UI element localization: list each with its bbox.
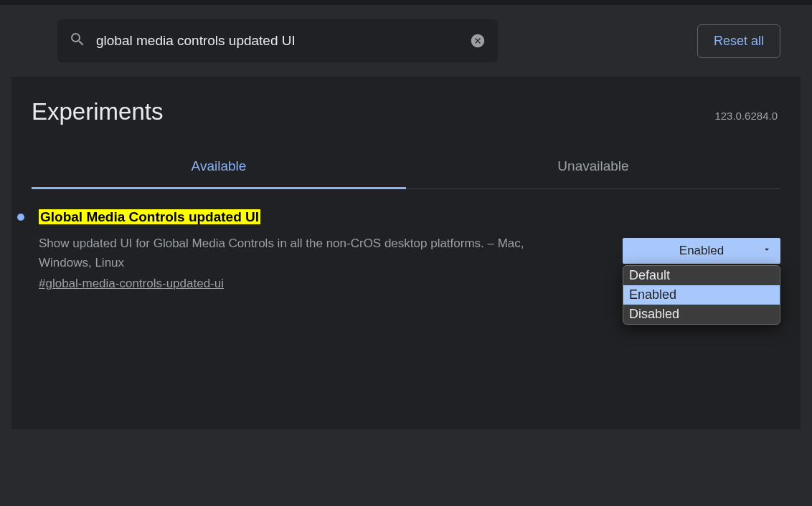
option-disabled[interactable]: Disabled [623, 305, 780, 324]
page-title: Experiments [32, 98, 163, 125]
tab-available[interactable]: Available [32, 158, 406, 188]
search-icon [69, 31, 86, 51]
flag-select-value: Enabled [679, 244, 724, 258]
tab-unavailable[interactable]: Unavailable [406, 158, 780, 188]
window-top-border [0, 0, 812, 5]
option-enabled[interactable]: Enabled [623, 285, 780, 305]
flag-select[interactable]: Enabled [623, 238, 780, 264]
flag-title: Global Media Controls updated UI [39, 209, 260, 224]
option-default[interactable]: Default [623, 266, 780, 285]
search-box[interactable] [57, 19, 498, 62]
chevron-down-icon [762, 244, 772, 258]
tabs: Available Unavailable [32, 158, 780, 189]
flag-hash-link[interactable]: #global-media-controls-updated-ui [39, 277, 224, 291]
header: Reset all [0, 5, 812, 77]
clear-icon[interactable] [469, 32, 486, 49]
flag-dropdown: Default Enabled Disabled [623, 265, 780, 325]
reset-all-button[interactable]: Reset all [697, 24, 780, 58]
main-panel: Experiments 123.0.6284.0 Available Unava… [11, 77, 801, 429]
modified-indicator-icon [17, 214, 24, 221]
flag-row: Global Media Controls updated UI Show up… [17, 209, 780, 291]
search-input[interactable] [86, 33, 469, 49]
version-label: 123.0.6284.0 [714, 110, 778, 122]
flag-description: Show updated UI for Global Media Control… [39, 234, 580, 272]
